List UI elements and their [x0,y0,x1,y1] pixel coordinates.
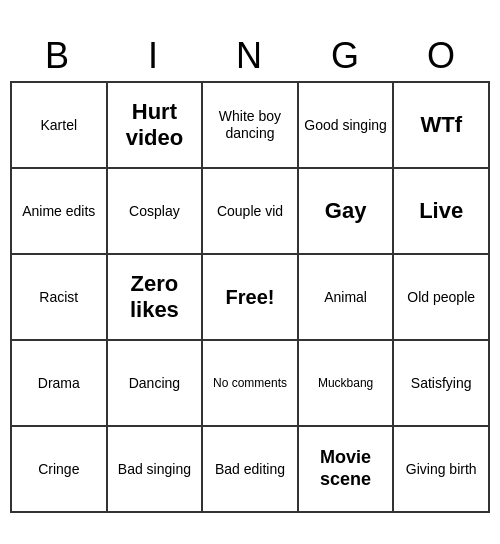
cell-8[interactable]: Gay [299,169,395,255]
cell-16[interactable]: Dancing [108,341,204,427]
cell-20[interactable]: Cringe [12,427,108,513]
cell-17[interactable]: No comments [203,341,299,427]
cell-6[interactable]: Cosplay [108,169,204,255]
cell-13[interactable]: Animal [299,255,395,341]
header-g: G [298,31,394,81]
cell-19[interactable]: Satisfying [394,341,490,427]
bingo-grid: Kartel Hurt video White boy dancing Good… [10,81,490,513]
cell-10[interactable]: Racist [12,255,108,341]
cell-0[interactable]: Kartel [12,83,108,169]
header-b: B [10,31,106,81]
cell-7[interactable]: Couple vid [203,169,299,255]
cell-5[interactable]: Anime edits [12,169,108,255]
cell-4[interactable]: WTf [394,83,490,169]
cell-15[interactable]: Drama [12,341,108,427]
header-n: N [202,31,298,81]
header-i: I [106,31,202,81]
cell-14[interactable]: Old people [394,255,490,341]
cell-24[interactable]: Giving birth [394,427,490,513]
cell-3[interactable]: Good singing [299,83,395,169]
cell-23[interactable]: Movie scene [299,427,395,513]
cell-22[interactable]: Bad editing [203,427,299,513]
header-o: O [394,31,490,81]
cell-2[interactable]: White boy dancing [203,83,299,169]
bingo-card: B I N G O Kartel Hurt video White boy da… [10,31,490,513]
cell-21[interactable]: Bad singing [108,427,204,513]
cell-18[interactable]: Muckbang [299,341,395,427]
bingo-header: B I N G O [10,31,490,81]
cell-11[interactable]: Zero likes [108,255,204,341]
cell-12-free[interactable]: Free! [203,255,299,341]
cell-1[interactable]: Hurt video [108,83,204,169]
cell-9[interactable]: Live [394,169,490,255]
